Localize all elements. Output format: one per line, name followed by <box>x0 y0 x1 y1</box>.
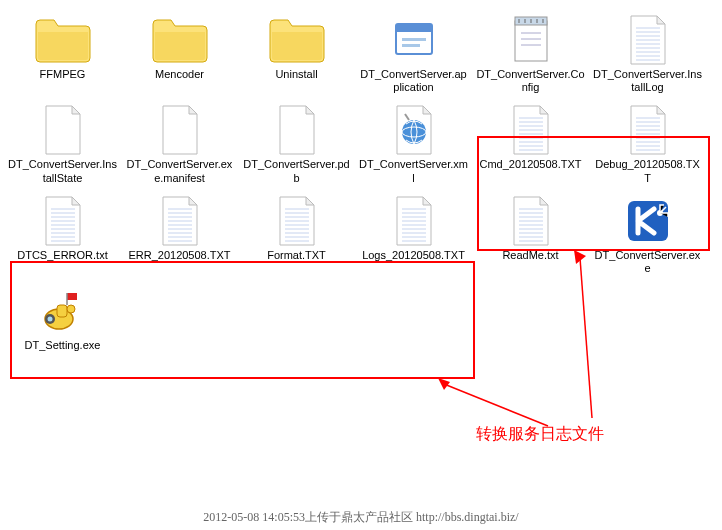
folder-icon <box>265 14 329 66</box>
text-icon <box>616 104 680 156</box>
file-item[interactable]: DT_ConvertServer.exe.manifest <box>121 98 238 188</box>
file-label: DT_ConvertServer.exe.manifest <box>125 158 234 184</box>
file-label: Logs_20120508.TXT <box>362 249 465 262</box>
text-icon <box>499 104 563 156</box>
svg-rect-93 <box>57 305 67 317</box>
file-item[interactable]: Cmd_20120508.TXT <box>472 98 589 188</box>
text-icon <box>265 195 329 247</box>
file-label: DT_ConvertServer.InstallState <box>8 158 117 184</box>
file-item[interactable]: Uninstall <box>238 8 355 98</box>
kexe-icon <box>616 195 680 247</box>
svg-point-94 <box>67 305 75 313</box>
svg-rect-95 <box>67 293 77 300</box>
annotation-arrow-2 <box>572 250 612 420</box>
svg-line-99 <box>580 258 592 418</box>
annotation-text: 转换服务日志文件 <box>476 424 604 445</box>
blank-icon <box>265 104 329 156</box>
text-icon <box>382 195 446 247</box>
file-label: Format.TXT <box>267 249 326 262</box>
text-icon <box>148 195 212 247</box>
file-item[interactable]: DTCS_ERROR.txt <box>4 189 121 279</box>
file-item[interactable]: DT_ConvertServer.xml <box>355 98 472 188</box>
file-item[interactable]: Logs_20120508.TXT <box>355 189 472 279</box>
file-label: DT_ConvertServer.Config <box>476 68 585 94</box>
notepad-icon <box>499 14 563 66</box>
svg-rect-3 <box>402 44 420 47</box>
blank-icon <box>148 104 212 156</box>
svg-marker-98 <box>438 378 450 390</box>
svg-rect-1 <box>396 24 432 32</box>
svg-point-92 <box>47 317 52 322</box>
file-label: ReadMe.txt <box>502 249 558 262</box>
footer-text: 2012-05-08 14:05:53上传于鼎太产品社区 http://bbs.… <box>0 509 722 526</box>
file-item[interactable]: ERR_20120508.TXT <box>121 189 238 279</box>
file-item[interactable]: Format.TXT <box>238 189 355 279</box>
file-label: FFMPEG <box>40 68 86 81</box>
svg-point-23 <box>402 120 426 144</box>
file-label: DT_Setting.exe <box>25 339 101 352</box>
text-icon <box>31 195 95 247</box>
file-label: DT_ConvertServer.application <box>359 68 468 94</box>
text-icon <box>499 195 563 247</box>
folder-icon <box>31 14 95 66</box>
file-item[interactable]: DT_ConvertServer.InstallState <box>4 98 121 188</box>
file-label: DTCS_ERROR.txt <box>17 249 107 262</box>
file-label: DT_ConvertServer.xml <box>359 158 468 184</box>
file-label: DT_ConvertServer.InstallLog <box>593 68 702 94</box>
file-label: DT_ConvertServer.pdb <box>242 158 351 184</box>
file-item[interactable]: DT_Setting.exe <box>4 279 121 356</box>
blank-icon <box>31 104 95 156</box>
file-label: ERR_20120508.TXT <box>128 249 230 262</box>
file-item[interactable]: DT_ConvertServer.pdb <box>238 98 355 188</box>
svg-rect-4 <box>515 21 547 61</box>
file-label: Cmd_20120508.TXT <box>479 158 581 171</box>
file-item[interactable]: Mencoder <box>121 8 238 98</box>
file-label: Debug_20120508.TXT <box>593 158 702 184</box>
svg-rect-2 <box>402 38 426 41</box>
file-label: Uninstall <box>275 68 317 81</box>
text-icon <box>616 14 680 66</box>
app-icon <box>382 14 446 66</box>
file-item[interactable]: DT_ConvertServer.Config <box>472 8 589 98</box>
file-item[interactable]: DT_ConvertServer.application <box>355 8 472 98</box>
file-label: Mencoder <box>155 68 204 81</box>
setting-icon <box>31 285 95 337</box>
svg-line-97 <box>444 384 548 426</box>
file-grid: FFMPEGMencoderUninstallDT_ConvertServer.… <box>0 0 722 356</box>
annotation-arrow-1 <box>438 378 558 428</box>
folder-icon <box>148 14 212 66</box>
file-item[interactable]: DT_ConvertServer.InstallLog <box>589 8 706 98</box>
file-item[interactable]: Debug_20120508.TXT <box>589 98 706 188</box>
xml-icon <box>382 104 446 156</box>
file-item[interactable]: FFMPEG <box>4 8 121 98</box>
